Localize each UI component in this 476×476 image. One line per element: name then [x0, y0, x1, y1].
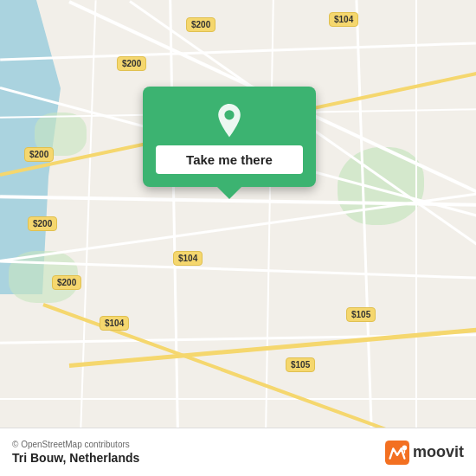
route-badge-b10: $105 — [286, 357, 315, 372]
route-badge-b2: $200 — [117, 56, 146, 71]
route-badge-b8: $104 — [100, 316, 129, 331]
map-background — [0, 0, 476, 476]
route-badge-b4: $200 — [28, 216, 57, 231]
popup-card: Take me there — [143, 87, 316, 187]
route-badge-b1: $200 — [186, 17, 215, 32]
road-v5 — [415, 0, 417, 476]
road-h6 — [0, 398, 476, 400]
copyright-text: © OpenStreetMap contributors — [12, 440, 139, 449]
moovit-icon — [385, 441, 409, 465]
map-container: $200$200$200$200$200$104$104$104$105$105… — [0, 0, 476, 476]
location-pin-icon — [212, 104, 247, 138]
bottom-bar: © OpenStreetMap contributors Tri Bouw, N… — [0, 428, 476, 476]
route-badge-b9: $105 — [346, 307, 376, 322]
route-badge-b3: $200 — [24, 147, 54, 162]
route-badge-b5: $200 — [52, 275, 81, 290]
location-name: Tri Bouw, Netherlands — [12, 451, 139, 465]
moovit-brand-text: moovit — [413, 443, 464, 461]
route-badge-b6: $104 — [329, 12, 358, 27]
route-badge-b7: $104 — [173, 251, 203, 266]
moovit-logo: moovit — [385, 441, 464, 465]
bottom-bar-left: © OpenStreetMap contributors Tri Bouw, N… — [12, 440, 139, 465]
svg-rect-1 — [385, 441, 409, 465]
svg-point-0 — [224, 110, 234, 119]
svg-point-2 — [402, 445, 408, 450]
take-me-there-button[interactable]: Take me there — [156, 145, 303, 174]
